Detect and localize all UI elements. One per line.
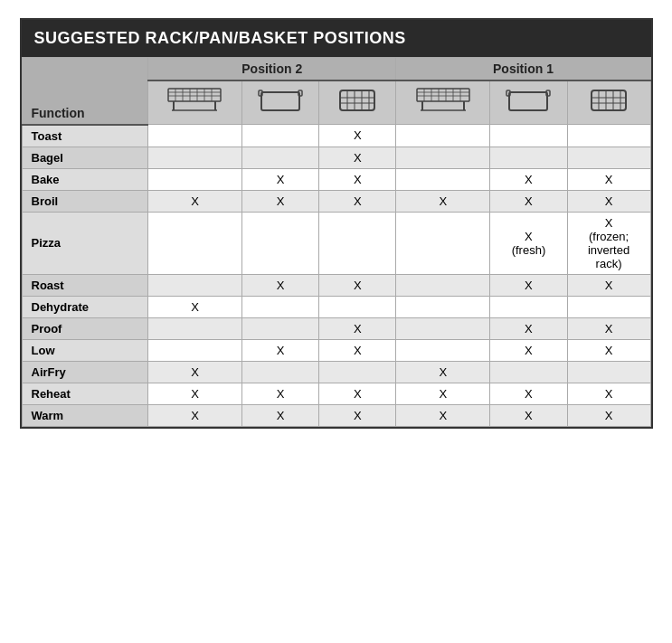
value-cell: X bbox=[490, 274, 567, 296]
value-cell: X bbox=[241, 168, 318, 190]
value-cell bbox=[567, 361, 650, 383]
value-cell: X bbox=[319, 383, 396, 404]
pos2-icon-2 bbox=[241, 80, 318, 125]
pos1-icon-3 bbox=[567, 80, 650, 125]
function-cell: Roast bbox=[22, 274, 148, 296]
value-cell bbox=[319, 361, 396, 383]
table-row: ProofXXX bbox=[22, 317, 650, 339]
value-cell: X bbox=[490, 404, 567, 426]
table-row: LowXXXX bbox=[22, 339, 650, 361]
value-cell bbox=[148, 125, 242, 147]
value-cell bbox=[241, 361, 318, 383]
value-cell: X bbox=[319, 190, 396, 212]
position2-group-header: Position 2 bbox=[148, 58, 396, 81]
value-cell bbox=[241, 125, 318, 147]
function-cell: Low bbox=[22, 339, 148, 361]
table-row: BagelX bbox=[22, 147, 650, 168]
value-cell: X bbox=[490, 168, 567, 190]
rack-position-table: SUGGESTED RACK/PAN/BASKET POSITIONS Func… bbox=[20, 18, 653, 429]
value-cell bbox=[396, 125, 490, 147]
pos2-icon-3 bbox=[319, 80, 396, 125]
table-row: PizzaX(fresh)X(frozen;invertedrack) bbox=[22, 212, 650, 274]
basket-svg-p2 bbox=[335, 85, 380, 118]
value-cell bbox=[567, 147, 650, 168]
svg-rect-22 bbox=[417, 89, 469, 101]
value-cell: X bbox=[490, 339, 567, 361]
function-cell: Proof bbox=[22, 317, 148, 339]
pan-svg-p2 bbox=[258, 85, 303, 118]
function-cell: Bagel bbox=[22, 147, 148, 168]
value-cell: X(fresh) bbox=[490, 212, 567, 274]
value-cell bbox=[148, 212, 242, 274]
value-cell: X bbox=[319, 274, 396, 296]
function-cell: Reheat bbox=[22, 383, 148, 404]
value-cell bbox=[396, 168, 490, 190]
value-cell: X bbox=[396, 404, 490, 426]
svg-rect-0 bbox=[168, 89, 221, 101]
value-cell bbox=[396, 212, 490, 274]
value-cell: X bbox=[319, 317, 396, 339]
value-cell: X bbox=[567, 404, 650, 426]
table-row: AirFryXX bbox=[22, 361, 650, 383]
value-cell: X bbox=[319, 404, 396, 426]
function-cell: Warm bbox=[22, 404, 148, 426]
value-cell: X(frozen;invertedrack) bbox=[567, 212, 650, 274]
value-cell bbox=[148, 274, 242, 296]
value-cell bbox=[490, 147, 567, 168]
value-cell: X bbox=[148, 361, 242, 383]
value-cell: X bbox=[319, 339, 396, 361]
value-cell bbox=[148, 168, 242, 190]
value-cell: X bbox=[396, 361, 490, 383]
value-cell bbox=[319, 296, 396, 317]
value-cell bbox=[148, 147, 242, 168]
value-cell bbox=[490, 361, 567, 383]
function-cell: Pizza bbox=[22, 212, 148, 274]
value-cell bbox=[241, 212, 318, 274]
value-cell bbox=[490, 125, 567, 147]
value-cell bbox=[241, 147, 318, 168]
table-row: BroilXXXXXX bbox=[22, 190, 650, 212]
table-row: ReheatXXXXXX bbox=[22, 383, 650, 404]
value-cell: X bbox=[396, 190, 490, 212]
value-cell bbox=[567, 125, 650, 147]
value-cell: X bbox=[567, 383, 650, 404]
value-cell bbox=[567, 296, 650, 317]
value-cell: X bbox=[567, 339, 650, 361]
value-cell: X bbox=[241, 339, 318, 361]
pos1-icon-1 bbox=[396, 80, 490, 125]
svg-rect-12 bbox=[261, 92, 299, 110]
rack-svg-p1-1 bbox=[415, 85, 471, 118]
table-row: DehydrateX bbox=[22, 296, 650, 317]
value-cell: X bbox=[148, 190, 242, 212]
table-row: RoastXXXX bbox=[22, 274, 650, 296]
table-row: ToastX bbox=[22, 125, 650, 147]
value-cell: X bbox=[241, 274, 318, 296]
value-cell: X bbox=[490, 317, 567, 339]
position1-group-header: Position 1 bbox=[396, 58, 650, 81]
value-cell: X bbox=[396, 383, 490, 404]
value-cell: X bbox=[567, 274, 650, 296]
value-cell bbox=[319, 212, 396, 274]
value-cell bbox=[396, 317, 490, 339]
table-row: BakeXXXX bbox=[22, 168, 650, 190]
value-cell: X bbox=[567, 168, 650, 190]
value-cell: X bbox=[319, 125, 396, 147]
function-cell: Toast bbox=[22, 125, 148, 147]
svg-rect-34 bbox=[509, 92, 547, 110]
function-cell: Dehydrate bbox=[22, 296, 148, 317]
value-cell bbox=[241, 296, 318, 317]
value-cell bbox=[396, 339, 490, 361]
value-cell: X bbox=[567, 190, 650, 212]
value-cell: X bbox=[319, 168, 396, 190]
value-cell: X bbox=[241, 190, 318, 212]
value-cell: X bbox=[319, 147, 396, 168]
value-cell bbox=[490, 296, 567, 317]
value-cell bbox=[148, 339, 242, 361]
value-cell bbox=[396, 147, 490, 168]
rack-svg-p2-1 bbox=[166, 85, 222, 118]
value-cell: X bbox=[148, 383, 242, 404]
value-cell: X bbox=[490, 190, 567, 212]
value-cell bbox=[396, 296, 490, 317]
value-cell bbox=[241, 317, 318, 339]
value-cell bbox=[148, 317, 242, 339]
